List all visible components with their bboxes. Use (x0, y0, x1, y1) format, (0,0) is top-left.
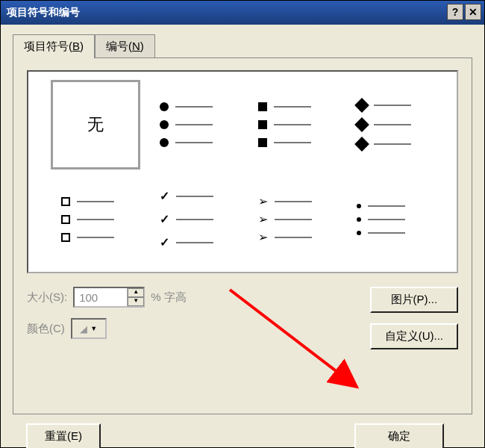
spinner-down-icon[interactable]: ▼ (128, 297, 144, 306)
custom-button[interactable]: 自定义(U)... (370, 323, 458, 349)
bullet-style-check[interactable]: ✓ ✓ ✓ (149, 175, 239, 264)
help-button[interactable]: ? (447, 4, 463, 20)
bullet-open-square-icon (61, 197, 70, 206)
chevron-down-icon: ▼ (90, 325, 97, 332)
spinner-up-icon[interactable]: ▲ (128, 288, 144, 297)
bullet-style-open-square[interactable] (51, 175, 140, 264)
tab-numbers[interactable]: 编号(N) (95, 34, 155, 58)
bullet-style-small-dot[interactable] (346, 175, 436, 264)
bullet-style-square[interactable] (248, 80, 337, 169)
tab-bullets[interactable]: 项目符号(B) (13, 34, 95, 58)
size-spinner[interactable]: ▲ ▼ (73, 287, 145, 308)
ok-button[interactable]: 确定 (354, 423, 444, 448)
dialog-buttons: 重置(E) 确定 (13, 414, 472, 448)
color-picker[interactable]: ◢ ▼ (71, 318, 107, 339)
bullet-arrow-icon: ➢ (258, 197, 268, 206)
dialog-window: 项目符号和编号 ? ✕ 项目符号(B) 编号(N) 无 (0, 0, 485, 448)
tab-strip: 项目符号(B) 编号(N) (13, 34, 472, 57)
bullet-square-icon (258, 102, 267, 111)
tab-panel: 无 (13, 57, 472, 414)
bullets-gallery: 无 (27, 70, 458, 273)
bullet-disc-icon (160, 102, 169, 111)
bullet-diamond-icon (354, 98, 369, 113)
color-label: 颜色(C) (27, 322, 65, 336)
bullet-check-icon: ✓ (160, 189, 169, 203)
picture-button[interactable]: 图片(P)... (370, 287, 458, 313)
close-button[interactable]: ✕ (465, 4, 481, 20)
dialog-title: 项目符号和编号 (7, 6, 80, 19)
reset-button[interactable]: 重置(E) (26, 423, 101, 448)
size-input[interactable] (75, 288, 127, 306)
size-label: 大小(S): (27, 290, 67, 305)
titlebar[interactable]: 项目符号和编号 ? ✕ (1, 1, 484, 25)
bullet-style-arrow[interactable]: ➢ ➢ ➢ (248, 175, 337, 264)
spinner-buttons[interactable]: ▲ ▼ (127, 288, 144, 306)
size-suffix: % 字高 (151, 290, 187, 305)
paint-bucket-icon: ◢ (80, 323, 87, 335)
bullet-style-diamond[interactable] (346, 80, 436, 169)
client-area: 项目符号(B) 编号(N) 无 (1, 25, 484, 447)
bullet-style-disc[interactable] (149, 80, 239, 169)
bullet-dot-icon (357, 204, 361, 208)
bullet-style-none[interactable]: 无 (51, 80, 140, 169)
